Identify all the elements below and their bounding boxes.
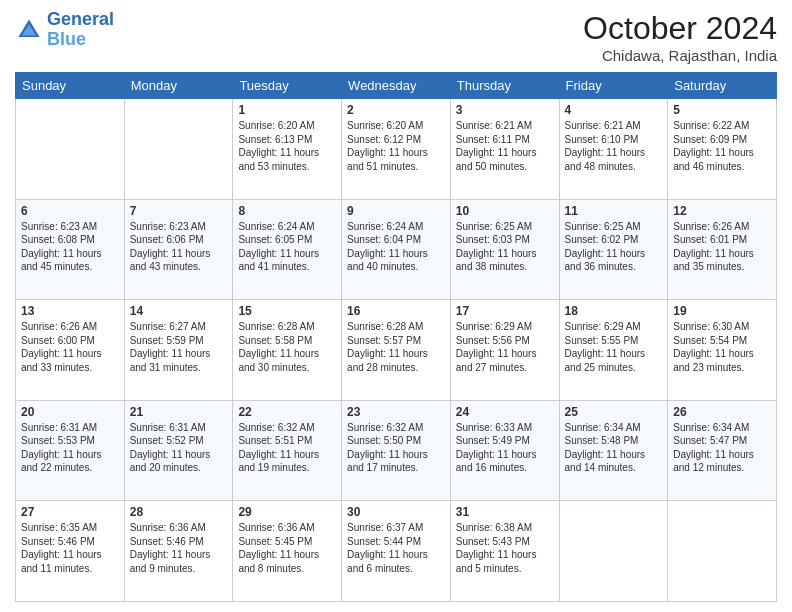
cell-info: Sunrise: 6:35 AM Sunset: 5:46 PM Dayligh…	[21, 521, 119, 575]
cell-info: Sunrise: 6:38 AM Sunset: 5:43 PM Dayligh…	[456, 521, 554, 575]
calendar-cell: 12Sunrise: 6:26 AM Sunset: 6:01 PM Dayli…	[668, 199, 777, 300]
day-number: 31	[456, 505, 554, 519]
calendar-cell: 27Sunrise: 6:35 AM Sunset: 5:46 PM Dayli…	[16, 501, 125, 602]
calendar-cell	[559, 501, 668, 602]
calendar-header-row: SundayMondayTuesdayWednesdayThursdayFrid…	[16, 73, 777, 99]
calendar-cell: 1Sunrise: 6:20 AM Sunset: 6:13 PM Daylig…	[233, 99, 342, 200]
calendar-cell: 11Sunrise: 6:25 AM Sunset: 6:02 PM Dayli…	[559, 199, 668, 300]
calendar-cell: 9Sunrise: 6:24 AM Sunset: 6:04 PM Daylig…	[342, 199, 451, 300]
cell-info: Sunrise: 6:27 AM Sunset: 5:59 PM Dayligh…	[130, 320, 228, 374]
week-row-1: 6Sunrise: 6:23 AM Sunset: 6:08 PM Daylig…	[16, 199, 777, 300]
column-header-wednesday: Wednesday	[342, 73, 451, 99]
day-number: 16	[347, 304, 445, 318]
title-block: October 2024 Chidawa, Rajasthan, India	[583, 10, 777, 64]
calendar-cell: 4Sunrise: 6:21 AM Sunset: 6:10 PM Daylig…	[559, 99, 668, 200]
cell-info: Sunrise: 6:33 AM Sunset: 5:49 PM Dayligh…	[456, 421, 554, 475]
day-number: 6	[21, 204, 119, 218]
cell-info: Sunrise: 6:21 AM Sunset: 6:10 PM Dayligh…	[565, 119, 663, 173]
cell-info: Sunrise: 6:31 AM Sunset: 5:53 PM Dayligh…	[21, 421, 119, 475]
calendar-cell: 24Sunrise: 6:33 AM Sunset: 5:49 PM Dayli…	[450, 400, 559, 501]
day-number: 22	[238, 405, 336, 419]
cell-info: Sunrise: 6:20 AM Sunset: 6:12 PM Dayligh…	[347, 119, 445, 173]
day-number: 30	[347, 505, 445, 519]
cell-info: Sunrise: 6:29 AM Sunset: 5:56 PM Dayligh…	[456, 320, 554, 374]
calendar-cell: 15Sunrise: 6:28 AM Sunset: 5:58 PM Dayli…	[233, 300, 342, 401]
cell-info: Sunrise: 6:37 AM Sunset: 5:44 PM Dayligh…	[347, 521, 445, 575]
cell-info: Sunrise: 6:36 AM Sunset: 5:46 PM Dayligh…	[130, 521, 228, 575]
calendar-cell	[668, 501, 777, 602]
cell-info: Sunrise: 6:24 AM Sunset: 6:04 PM Dayligh…	[347, 220, 445, 274]
day-number: 4	[565, 103, 663, 117]
logo-text: General Blue	[47, 10, 114, 50]
cell-info: Sunrise: 6:24 AM Sunset: 6:05 PM Dayligh…	[238, 220, 336, 274]
cell-info: Sunrise: 6:31 AM Sunset: 5:52 PM Dayligh…	[130, 421, 228, 475]
day-number: 21	[130, 405, 228, 419]
logo-line2: Blue	[47, 29, 86, 49]
calendar-cell: 8Sunrise: 6:24 AM Sunset: 6:05 PM Daylig…	[233, 199, 342, 300]
logo-icon	[15, 16, 43, 44]
calendar-cell: 18Sunrise: 6:29 AM Sunset: 5:55 PM Dayli…	[559, 300, 668, 401]
week-row-4: 27Sunrise: 6:35 AM Sunset: 5:46 PM Dayli…	[16, 501, 777, 602]
day-number: 11	[565, 204, 663, 218]
calendar-cell: 25Sunrise: 6:34 AM Sunset: 5:48 PM Dayli…	[559, 400, 668, 501]
calendar-cell: 13Sunrise: 6:26 AM Sunset: 6:00 PM Dayli…	[16, 300, 125, 401]
column-header-sunday: Sunday	[16, 73, 125, 99]
calendar-cell: 2Sunrise: 6:20 AM Sunset: 6:12 PM Daylig…	[342, 99, 451, 200]
day-number: 20	[21, 405, 119, 419]
calendar-cell: 17Sunrise: 6:29 AM Sunset: 5:56 PM Dayli…	[450, 300, 559, 401]
day-number: 5	[673, 103, 771, 117]
calendar-cell: 3Sunrise: 6:21 AM Sunset: 6:11 PM Daylig…	[450, 99, 559, 200]
day-number: 29	[238, 505, 336, 519]
day-number: 13	[21, 304, 119, 318]
day-number: 7	[130, 204, 228, 218]
calendar-cell: 19Sunrise: 6:30 AM Sunset: 5:54 PM Dayli…	[668, 300, 777, 401]
week-row-0: 1Sunrise: 6:20 AM Sunset: 6:13 PM Daylig…	[16, 99, 777, 200]
day-number: 1	[238, 103, 336, 117]
day-number: 14	[130, 304, 228, 318]
day-number: 12	[673, 204, 771, 218]
column-header-tuesday: Tuesday	[233, 73, 342, 99]
day-number: 23	[347, 405, 445, 419]
day-number: 24	[456, 405, 554, 419]
day-number: 25	[565, 405, 663, 419]
day-number: 17	[456, 304, 554, 318]
cell-info: Sunrise: 6:34 AM Sunset: 5:48 PM Dayligh…	[565, 421, 663, 475]
calendar-cell: 6Sunrise: 6:23 AM Sunset: 6:08 PM Daylig…	[16, 199, 125, 300]
header: General Blue October 2024 Chidawa, Rajas…	[15, 10, 777, 64]
day-number: 3	[456, 103, 554, 117]
cell-info: Sunrise: 6:22 AM Sunset: 6:09 PM Dayligh…	[673, 119, 771, 173]
calendar-cell: 20Sunrise: 6:31 AM Sunset: 5:53 PM Dayli…	[16, 400, 125, 501]
cell-info: Sunrise: 6:23 AM Sunset: 6:06 PM Dayligh…	[130, 220, 228, 274]
cell-info: Sunrise: 6:32 AM Sunset: 5:51 PM Dayligh…	[238, 421, 336, 475]
column-header-thursday: Thursday	[450, 73, 559, 99]
cell-info: Sunrise: 6:28 AM Sunset: 5:58 PM Dayligh…	[238, 320, 336, 374]
cell-info: Sunrise: 6:21 AM Sunset: 6:11 PM Dayligh…	[456, 119, 554, 173]
calendar-cell	[124, 99, 233, 200]
cell-info: Sunrise: 6:26 AM Sunset: 6:01 PM Dayligh…	[673, 220, 771, 274]
calendar-cell: 22Sunrise: 6:32 AM Sunset: 5:51 PM Dayli…	[233, 400, 342, 501]
calendar-cell: 7Sunrise: 6:23 AM Sunset: 6:06 PM Daylig…	[124, 199, 233, 300]
cell-info: Sunrise: 6:20 AM Sunset: 6:13 PM Dayligh…	[238, 119, 336, 173]
month-title: October 2024	[583, 10, 777, 47]
week-row-2: 13Sunrise: 6:26 AM Sunset: 6:00 PM Dayli…	[16, 300, 777, 401]
cell-info: Sunrise: 6:29 AM Sunset: 5:55 PM Dayligh…	[565, 320, 663, 374]
logo-line1: General	[47, 9, 114, 29]
cell-info: Sunrise: 6:25 AM Sunset: 6:03 PM Dayligh…	[456, 220, 554, 274]
calendar-body: 1Sunrise: 6:20 AM Sunset: 6:13 PM Daylig…	[16, 99, 777, 602]
day-number: 2	[347, 103, 445, 117]
cell-info: Sunrise: 6:36 AM Sunset: 5:45 PM Dayligh…	[238, 521, 336, 575]
cell-info: Sunrise: 6:25 AM Sunset: 6:02 PM Dayligh…	[565, 220, 663, 274]
day-number: 9	[347, 204, 445, 218]
cell-info: Sunrise: 6:23 AM Sunset: 6:08 PM Dayligh…	[21, 220, 119, 274]
day-number: 19	[673, 304, 771, 318]
day-number: 26	[673, 405, 771, 419]
cell-info: Sunrise: 6:32 AM Sunset: 5:50 PM Dayligh…	[347, 421, 445, 475]
calendar-cell: 21Sunrise: 6:31 AM Sunset: 5:52 PM Dayli…	[124, 400, 233, 501]
day-number: 8	[238, 204, 336, 218]
page: General Blue October 2024 Chidawa, Rajas…	[0, 0, 792, 612]
calendar-cell: 14Sunrise: 6:27 AM Sunset: 5:59 PM Dayli…	[124, 300, 233, 401]
calendar-cell: 16Sunrise: 6:28 AM Sunset: 5:57 PM Dayli…	[342, 300, 451, 401]
calendar-cell: 29Sunrise: 6:36 AM Sunset: 5:45 PM Dayli…	[233, 501, 342, 602]
calendar-cell: 23Sunrise: 6:32 AM Sunset: 5:50 PM Dayli…	[342, 400, 451, 501]
column-header-friday: Friday	[559, 73, 668, 99]
